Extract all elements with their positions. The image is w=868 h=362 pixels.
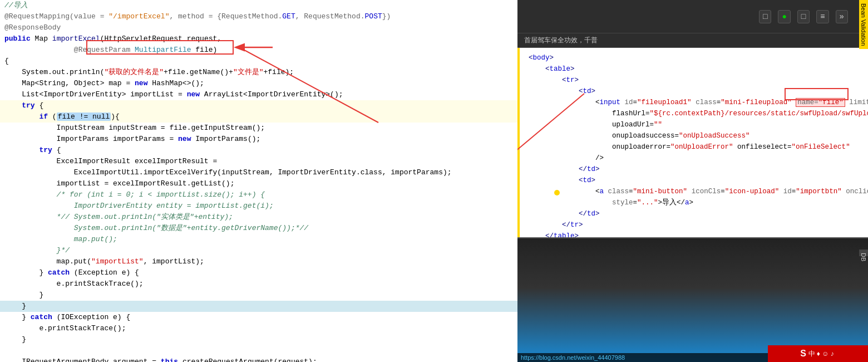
code-area: //导入 @RequestMapping(value = "/importExc… — [0, 0, 517, 362]
code-text: List<ImportDriverEntity> importList = ne… — [4, 89, 343, 100]
csdn-label: 中 — [808, 349, 815, 359]
code-line-requestparam: @RequestParam MultipartFile file) — [0, 45, 517, 56]
code-text: ImportDriverEntity entity = importList.g… — [4, 200, 274, 212]
code-line: @ResponseBody — [0, 22, 517, 33]
r-code-line: flashUrl="${rc.contextPath}/resources/st… — [517, 108, 868, 119]
code-text: map.put("importList", importList); — [4, 256, 204, 267]
code-line: @RequestMapping(value = "/importExcel", … — [0, 11, 517, 22]
r-code-text: onuploadsuccess="onUploadSuccess" — [529, 130, 750, 141]
r-code-text: /> — [529, 153, 604, 164]
r-annotation-box — [785, 88, 849, 100]
code-line: } catch (Exception e) { — [0, 267, 517, 278]
code-line: ImportDriverEntity entity = importList.g… — [0, 200, 517, 212]
code-line: map.put("importList", importList); — [0, 256, 517, 267]
code-line: } catch (IOException e) { — [0, 312, 517, 323]
code-text: importList = excelImportResult.getList()… — [4, 178, 234, 189]
r-code-text: onuploaderror="onUploadError" onfilesele… — [529, 141, 850, 153]
code-line: ImportParams importParams = new ImportPa… — [0, 134, 517, 145]
code-line: importList = excelImportResult.getList()… — [0, 178, 517, 189]
code-line: ExcelImportResult excelImportResult = — [0, 156, 517, 167]
code-line: //导入 — [0, 0, 517, 11]
code-text: ImportParams importParams = new ImportPa… — [4, 134, 260, 145]
r-code-line: style="...">导入</a> — [517, 197, 868, 208]
r-code-text: </table> — [529, 231, 579, 237]
code-text: InputStream inputStream = file.getInputS… — [4, 123, 265, 134]
annotation-box-request-param — [86, 40, 234, 55]
bean-validation-tab[interactable]: Bean Validation — [859, 0, 868, 49]
code-text: e.printStackTrace(); — [4, 323, 126, 334]
code-text: } catch (IOException e) { — [4, 312, 130, 323]
code-line: System.out.println("获取的文件名是"+file.getNam… — [0, 67, 517, 78]
toolbar-btn-more[interactable]: » — [836, 10, 848, 23]
right-bottom-preview: https://blog.csdn.net/weixin_44407988 S … — [517, 237, 868, 362]
code-text: IRequestArgumentBody argument = this.cre… — [4, 356, 317, 362]
code-text: if (file != null){ — [4, 111, 120, 123]
r-code-line: onuploadsuccess="onUploadSuccess" — [517, 130, 868, 141]
code-line: public Map importExcel(HttpServletReques… — [0, 33, 517, 45]
code-text: System.out.println("数据是"+entity.getDrive… — [4, 223, 308, 234]
code-line: }*/ — [0, 245, 517, 256]
code-text: map.put(); — [4, 234, 117, 245]
code-text: *// System.out.println("实体类是"+entity); — [4, 212, 233, 223]
r-code-line: </td> — [517, 164, 868, 175]
right-toolbar: □ ● □ ≡ » — [517, 0, 868, 33]
code-line: /* for (int i = 0; i < importList.size()… — [0, 189, 517, 200]
code-text: } catch (Exception e) { — [4, 267, 139, 278]
code-text: }*/ — [4, 245, 70, 256]
code-text: /* for (int i = 0; i < importList.size()… — [4, 189, 265, 200]
r-code-line-td2: <td> — [517, 175, 868, 186]
r-code-line: /> — [517, 153, 868, 164]
r-code-line: </td> — [517, 208, 868, 219]
code-text: } — [4, 334, 26, 345]
code-line: InputStream inputStream = file.getInputS… — [0, 123, 517, 134]
r-code-text: <a class="mini-button" iconCls="icon-upl… — [529, 186, 868, 197]
code-text: try { — [4, 100, 43, 111]
db-tab[interactable]: DB — [859, 250, 868, 256]
code-text: Map<String, Object> map = new HashMap<>(… — [4, 78, 204, 89]
r-code-line: <a class="mini-button" iconCls="icon-upl… — [517, 186, 868, 197]
code-text: @ResponseBody — [4, 22, 61, 33]
code-line: map.put(); — [0, 234, 517, 245]
code-line: try { — [0, 145, 517, 156]
preview-background — [517, 238, 868, 362]
code-line: e.printStackTrace(); — [0, 323, 517, 334]
r-code-text: <table> — [529, 63, 575, 75]
code-line: IRequestArgumentBody argument = this.cre… — [0, 356, 517, 362]
r-code-line: <table> — [517, 63, 868, 75]
r-code-line: <body> — [517, 52, 868, 63]
code-text: } — [4, 290, 43, 301]
toolbar-btn-record[interactable]: ● — [778, 10, 790, 23]
subtitle-text: 首届驾车保全功效，千普 — [524, 36, 598, 44]
code-line: Map<String, Object> map = new HashMap<>(… — [0, 78, 517, 89]
r-code-line: <tr> — [517, 75, 868, 86]
left-code-panel: //导入 @RequestMapping(value = "/importExc… — [0, 0, 517, 362]
url-text: https://blog.csdn.net/weixin_44407988 — [521, 354, 625, 361]
toolbar-btn-window[interactable]: □ — [759, 10, 771, 23]
toolbar-btn-layout[interactable]: □ — [797, 10, 810, 23]
r-code-line: </table> — [517, 231, 868, 237]
code-line: { — [0, 56, 517, 67]
code-line — [0, 345, 517, 356]
code-text: //导入 — [4, 0, 28, 11]
code-line: e.printStackTrace(); — [0, 278, 517, 290]
code-line: System.out.println("数据是"+entity.getDrive… — [0, 223, 517, 234]
code-text: { — [4, 56, 9, 67]
csdn-icons: ♦ ☺ ♪ — [817, 350, 834, 358]
csdn-logo-text: S — [800, 349, 806, 359]
code-text: System.out.println("获取的文件名是"+file.getNam… — [4, 67, 294, 78]
right-panel: Bean Validation □ ● □ ≡ » 首届驾车保全功效，千普 <b… — [517, 0, 868, 362]
chinese-subtitle: 首届驾车保全功效，千普 — [517, 33, 868, 48]
code-line: ExcelImportUtil.importExcelVerify(inputS… — [0, 167, 517, 178]
code-text: @RequestMapping(value = "/importExcel", … — [4, 11, 391, 22]
code-text: ExcelImportUtil.importExcelVerify(inputS… — [4, 167, 452, 178]
r-code-text: <body> — [529, 52, 554, 63]
code-text: try { — [4, 145, 61, 156]
csdn-logo-bar: S 中 ♦ ☺ ♪ — [768, 345, 868, 362]
code-line: List<ImportDriverEntity> importList = ne… — [0, 89, 517, 100]
toolbar-btn-grid[interactable]: ≡ — [816, 10, 828, 23]
code-line-close-brace: } — [0, 301, 517, 312]
code-line-if: if (file != null){ — [0, 111, 517, 123]
code-line: *// System.out.println("实体类是"+entity); — [0, 212, 517, 223]
r-code-line: uploadUrl="" — [517, 119, 868, 130]
code-line: } — [0, 290, 517, 301]
